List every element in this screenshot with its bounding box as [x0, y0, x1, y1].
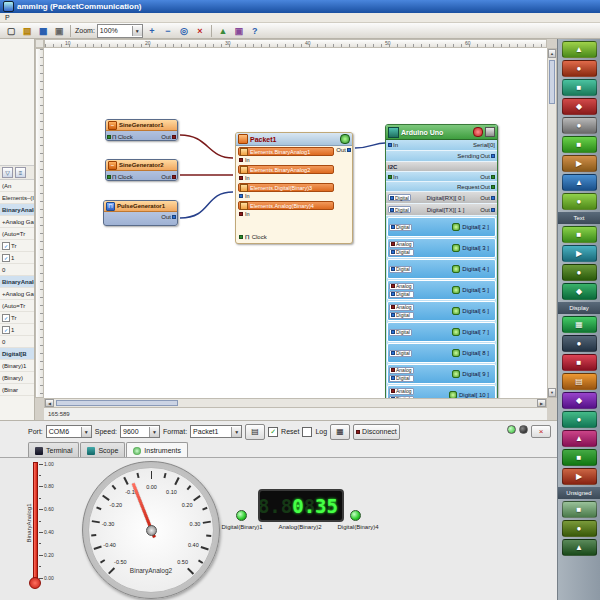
- wrench-icon[interactable]: [485, 127, 495, 137]
- toolbar-zoom-reset-button[interactable]: ◎: [177, 24, 191, 37]
- log-checkbox[interactable]: [302, 427, 312, 437]
- toolbox-icon-display-lcd[interactable]: ▦: [562, 316, 597, 333]
- toolbox-icon-display-7seg[interactable]: ■: [562, 354, 597, 371]
- toolbar-upload-button[interactable]: ▣: [232, 24, 246, 37]
- in-pin[interactable]: In: [239, 156, 334, 164]
- toolbox-icon-display-gauge[interactable]: ●: [562, 411, 597, 428]
- toolbar-delete-button[interactable]: ×: [193, 24, 207, 37]
- toolbox-icon-logic[interactable]: ●: [562, 193, 597, 210]
- toolbox-icon-text-length[interactable]: ●: [562, 264, 597, 281]
- scroll-thumb[interactable]: [56, 400, 178, 406]
- digital-in-pin[interactable]: Digital: [388, 194, 411, 201]
- out-pin[interactable]: Out: [161, 214, 176, 220]
- checkbox[interactable]: ✓: [2, 254, 10, 262]
- toolbox-icon-display-meter[interactable]: ■: [562, 449, 597, 466]
- toolbox-icon-display-matrix[interactable]: ◆: [562, 392, 597, 409]
- format-select[interactable]: Packet1 ▼: [190, 425, 242, 438]
- toolbox-icon-binary[interactable]: ■: [562, 79, 597, 96]
- toolbox-icon-text-value[interactable]: ■: [562, 226, 597, 243]
- analog-in-pin[interactable]: Analog: [389, 388, 414, 395]
- tab-scope[interactable]: Scope: [80, 442, 125, 458]
- in-pin[interactable]: In: [239, 210, 334, 218]
- digital-in-pin[interactable]: Digital: [389, 350, 412, 357]
- digital-in-pin[interactable]: Digital: [389, 312, 414, 319]
- toolbox-icon-display-led[interactable]: ●: [562, 335, 597, 352]
- digital-in-pin[interactable]: Digital: [389, 291, 414, 298]
- analog-in-pin[interactable]: Analog: [389, 304, 414, 311]
- arduino-channel-row[interactable]: AnalogDigitalDigital[ 10 ]: [387, 385, 496, 398]
- arduino-channel-row[interactable]: AnalogDigitalDigital[ 6 ]: [387, 301, 496, 321]
- log-file-button[interactable]: ▦: [330, 424, 350, 440]
- wire-packet-to-arduino[interactable]: [355, 143, 385, 148]
- property-row[interactable]: (Auto=Tr: [0, 228, 34, 240]
- menu-item[interactable]: P: [5, 14, 10, 21]
- property-row[interactable]: BinaryAnalog2: [0, 276, 34, 288]
- out-pin[interactable]: Out: [161, 134, 176, 140]
- wire-sine1-to-packet[interactable]: [180, 135, 233, 158]
- clock-pin[interactable]: ⊓Clock: [107, 173, 133, 180]
- toolbox-icon-generic[interactable]: ●: [562, 117, 597, 134]
- arduino-uno-block[interactable]: Arduino Uno In Serial[0] SendingOut I2C …: [385, 124, 498, 398]
- vertical-scrollbar[interactable]: ▲ ▼: [547, 48, 557, 398]
- sine-generator1-block[interactable]: ~ SineGenerator1 ⊓Clock Out: [105, 119, 178, 141]
- port-select[interactable]: COM6 ▼: [46, 425, 92, 438]
- arduino-channel-row[interactable]: AnalogDigitalDigital[ 9 ]: [387, 364, 496, 384]
- property-row[interactable]: (Binary): [0, 372, 34, 384]
- property-row[interactable]: 0: [0, 336, 34, 348]
- design-canvas[interactable]: ~ SineGenerator1 ⊓Clock Out ~ SineGenera…: [44, 48, 547, 398]
- arduino-channel-row[interactable]: AnalogDigitalDigital[ 5 ]: [387, 280, 496, 300]
- property-row[interactable]: (An: [0, 180, 34, 192]
- in-pin[interactable]: In: [239, 192, 334, 200]
- request-out-pin[interactable]: RequestOut: [457, 184, 495, 190]
- arduino-channel-row[interactable]: DigitalDigital[ 2 ]: [387, 217, 496, 237]
- i2c-out-pin[interactable]: Out: [480, 174, 495, 180]
- pin-icon[interactable]: [473, 127, 483, 137]
- digital-in-pin[interactable]: Digital: [389, 224, 412, 231]
- toolbox-section-header[interactable]: Unsigned: [558, 487, 600, 499]
- property-row[interactable]: BinaryAnalog1: [0, 204, 34, 216]
- toolbar-save-button[interactable]: ▦: [36, 24, 50, 37]
- checkbox[interactable]: ✓: [2, 314, 10, 322]
- checkbox[interactable]: ✓: [2, 242, 10, 250]
- clock-pin[interactable]: ⊓Clock: [107, 133, 133, 140]
- toolbar-new-button[interactable]: ▢: [4, 24, 18, 37]
- toolbox-icon-display-bar[interactable]: ▤: [562, 373, 597, 390]
- arduino-channel-row[interactable]: DigitalDigital[ 8 ]: [387, 343, 496, 363]
- tab-terminal[interactable]: Terminal: [28, 442, 79, 458]
- disconnect-button[interactable]: Disconnect: [353, 424, 400, 440]
- digital-in-pin[interactable]: Digital: [389, 266, 412, 273]
- digital-in-pin[interactable]: Digital: [389, 249, 414, 256]
- scroll-up-icon[interactable]: ▲: [548, 49, 556, 58]
- scroll-right-icon[interactable]: ▶: [537, 399, 546, 407]
- toolbox-icon-generators[interactable]: ▲: [562, 174, 597, 191]
- analog-in-pin[interactable]: Analog: [389, 283, 414, 290]
- scroll-down-icon[interactable]: ▼: [548, 388, 556, 397]
- toolbar-help-button[interactable]: ?: [248, 24, 262, 37]
- out-pin[interactable]: Out: [336, 147, 351, 153]
- toolbox-icon-color[interactable]: ■: [562, 136, 597, 153]
- digital-in-pin[interactable]: Digital: [388, 206, 411, 213]
- rx-out-pin[interactable]: Out: [480, 195, 495, 201]
- toolbox-icon-arithmetic[interactable]: ▲: [562, 41, 597, 58]
- toolbar-zoom-out-button[interactable]: −: [161, 24, 175, 37]
- digital-in-pin[interactable]: Digital: [389, 375, 414, 382]
- serial-in-pin[interactable]: In: [388, 142, 398, 148]
- toolbar-print-button[interactable]: ▣: [52, 24, 66, 37]
- property-row[interactable]: (Binar: [0, 384, 34, 396]
- property-row[interactable]: Elements–(In: [0, 192, 34, 204]
- property-row[interactable]: +Analog Ga: [0, 216, 34, 228]
- analog-in-pin[interactable]: Analog: [389, 241, 414, 248]
- toolbar-zoom-in-button[interactable]: +: [145, 24, 159, 37]
- tx-out-pin[interactable]: Out: [480, 207, 495, 213]
- property-row[interactable]: ✓1: [0, 252, 34, 264]
- scroll-thumb[interactable]: [549, 60, 555, 104]
- toolbox-icon-unsigned-mul[interactable]: ●: [562, 520, 597, 537]
- menu-bar[interactable]: P: [0, 13, 600, 23]
- sine-generator2-block[interactable]: ~ SineGenerator2 ⊓Clock Out: [105, 159, 178, 181]
- toolbox-icon-text-format[interactable]: ▶: [562, 245, 597, 262]
- analog-in-pin[interactable]: Analog: [389, 367, 414, 374]
- in-pin[interactable]: In: [239, 174, 334, 182]
- arduino-channel-row[interactable]: DigitalDigital[ 4 ]: [387, 259, 496, 279]
- property-row[interactable]: (Binary)1: [0, 360, 34, 372]
- packet-element-row[interactable]: Elements.Digital(Binary)3 In: [238, 183, 334, 200]
